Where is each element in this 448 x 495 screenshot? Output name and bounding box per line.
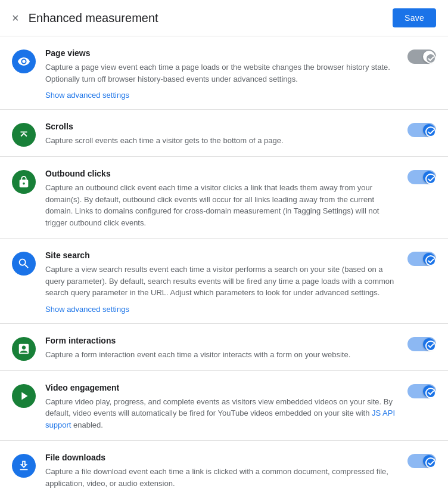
video-engagement-desc-suffix: enabled. <box>71 420 103 429</box>
site-search-title: Site search <box>45 250 398 260</box>
form-interactions-description: Capture a form interaction event each ti… <box>45 349 398 361</box>
form-interactions-content: Form interactions Capture a form interac… <box>45 336 398 361</box>
video-engagement-description: Capture video play, progress, and comple… <box>45 396 398 431</box>
file-downloads-toggle-area <box>407 454 436 468</box>
site-search-show-advanced-link[interactable]: Show advanced settings <box>45 305 129 314</box>
close-button[interactable]: × <box>12 12 19 24</box>
section-file-downloads: File downloads Capture a file download e… <box>0 441 448 495</box>
outbound-clicks-toggle[interactable] <box>407 170 436 184</box>
scrolls-description: Capture scroll events each time a visito… <box>45 135 398 147</box>
scrolls-toggle-area <box>407 123 436 137</box>
video-engagement-toggle-area <box>407 384 436 398</box>
video-engagement-title: Video engagement <box>45 383 398 392</box>
site-search-content: Site search Capture a view search result… <box>45 250 398 314</box>
site-search-description: Capture a view search results event each… <box>45 264 398 299</box>
scrolls-content: Scrolls Capture scroll events each time … <box>45 122 398 147</box>
page-views-content: Page views Capture a page view event eac… <box>45 48 398 100</box>
form-icon <box>17 342 30 355</box>
content-area: Page views Capture a page view event eac… <box>0 36 448 495</box>
site-search-check-icon <box>425 255 436 266</box>
scrolls-check-icon <box>425 126 436 137</box>
form-interactions-icon-circle <box>12 337 36 361</box>
file-downloads-description: Capture a file download event each time … <box>45 466 398 489</box>
file-downloads-check-icon <box>425 457 436 468</box>
section-page-views: Page views Capture a page view event eac… <box>0 36 448 110</box>
file-downloads-title: File downloads <box>45 453 398 462</box>
arrows-icon <box>17 128 30 141</box>
form-interactions-toggle[interactable] <box>407 337 436 351</box>
scrolls-icon-circle <box>12 123 36 147</box>
outbound-clicks-description: Capture an outbound click event each tim… <box>45 182 398 228</box>
page-title: Enhanced measurement <box>29 11 393 25</box>
site-search-toggle-area <box>407 252 436 266</box>
eye-icon <box>17 55 30 68</box>
form-interactions-toggle-area <box>407 337 436 351</box>
video-engagement-icon-circle <box>12 384 36 408</box>
page-views-check-icon <box>425 53 436 64</box>
page-views-icon-circle <box>12 50 36 73</box>
outbound-clicks-toggle-area <box>407 170 436 184</box>
section-form-interactions: Form interactions Capture a form interac… <box>0 324 448 371</box>
outbound-clicks-content: Outbound clicks Capture an outbound clic… <box>45 169 398 228</box>
outbound-clicks-icon-circle <box>12 170 36 194</box>
download-icon <box>17 459 30 472</box>
header: × Enhanced measurement Save <box>0 0 448 36</box>
video-engagement-toggle[interactable] <box>407 384 436 398</box>
lock-icon <box>17 175 30 188</box>
search-icon <box>17 257 30 270</box>
play-icon <box>17 389 30 403</box>
scrolls-title: Scrolls <box>45 122 398 131</box>
file-downloads-icon-circle <box>12 454 36 478</box>
video-engagement-desc-text: Capture video play, progress, and comple… <box>45 397 393 418</box>
section-outbound-clicks: Outbound clicks Capture an outbound clic… <box>0 157 448 239</box>
video-engagement-content: Video engagement Capture video play, pro… <box>45 383 398 431</box>
section-scrolls: Scrolls Capture scroll events each time … <box>0 110 448 157</box>
form-interactions-check-icon <box>425 341 436 351</box>
file-downloads-toggle[interactable] <box>407 454 436 468</box>
outbound-clicks-check-icon <box>425 174 436 184</box>
page-views-toggle[interactable] <box>407 50 436 64</box>
page-views-description: Capture a page view event each time a pa… <box>45 61 398 85</box>
save-button[interactable]: Save <box>393 8 436 27</box>
file-downloads-content: File downloads Capture a file download e… <box>45 453 398 489</box>
site-search-toggle[interactable] <box>407 252 436 266</box>
section-site-search: Site search Capture a view search result… <box>0 239 448 324</box>
video-engagement-check-icon <box>425 388 436 398</box>
scrolls-toggle[interactable] <box>407 123 436 137</box>
outbound-clicks-title: Outbound clicks <box>45 169 398 178</box>
site-search-icon-circle <box>12 252 36 276</box>
section-video-engagement: Video engagement Capture video play, pro… <box>0 371 448 441</box>
page-views-show-advanced-link[interactable]: Show advanced settings <box>45 91 129 100</box>
form-interactions-title: Form interactions <box>45 336 398 345</box>
page-views-title: Page views <box>45 48 398 58</box>
page-views-toggle-area <box>407 50 436 64</box>
